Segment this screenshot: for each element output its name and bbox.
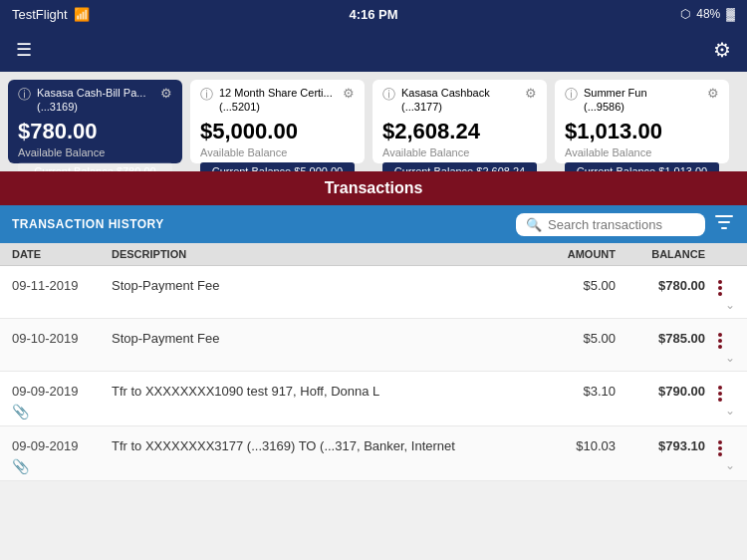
tx-amount-3: $3.10 (536, 382, 616, 399)
col-amount: AMOUNT (536, 248, 616, 260)
bluetooth-icon: ⬡ (680, 7, 690, 21)
card-balance-bar-3: Current Balance $2,608.24 (382, 162, 537, 171)
tx-date-3: 09-09-2019 (12, 382, 112, 399)
card-num-4: (...9586) (584, 100, 647, 114)
attachment-icon-3: 📎 (12, 404, 29, 420)
card-balance-bar-2: Current Balance $5,000.00 (200, 162, 355, 171)
tx-amount-1: $5.00 (536, 276, 616, 293)
tx-more-button-1[interactable] (705, 276, 735, 296)
card-available-3: Available Balance (382, 146, 537, 158)
tx-balance-3: $790.00 (616, 382, 705, 399)
row-expand-3[interactable]: ⌄ (725, 404, 735, 420)
card-settings-icon-4[interactable]: ⚙ (707, 86, 719, 101)
search-input-wrapper: 🔍 (516, 213, 705, 236)
tx-balance-2: $785.00 (616, 329, 705, 346)
tx-date-1: 09-11-2019 (12, 276, 112, 293)
card-amount-3: $2,608.24 (382, 119, 537, 144)
transactions-section-title: Transactions (0, 171, 747, 205)
info-icon-2[interactable]: ⓘ (200, 86, 213, 104)
card-amount-1: $780.00 (18, 119, 172, 144)
menu-button[interactable]: ☰ (16, 39, 32, 61)
battery-label: 48% (696, 7, 720, 21)
tx-more-button-3[interactable] (705, 382, 735, 402)
carrier-label: TestFlight (12, 7, 68, 22)
settings-button[interactable]: ⚙ (713, 38, 731, 62)
card-available-1: Available Balance (18, 146, 172, 158)
card-settings-icon-3[interactable]: ⚙ (525, 86, 537, 101)
tx-desc-3: Tfr to XXXXXXXX1090 test 917, Hoff, Donn… (112, 382, 536, 399)
account-card-2[interactable]: ⓘ 12 Month Share Certi... (...5201) ⚙ $5… (190, 80, 365, 163)
filter-button[interactable] (713, 211, 735, 238)
search-input[interactable] (548, 217, 695, 232)
attachment-icon-4: 📎 (12, 458, 29, 474)
tx-balance-4: $793.10 (616, 436, 705, 453)
account-cards-container: ⓘ Kasasa Cash-Bill Pa... (...3169) ⚙ $78… (0, 72, 747, 171)
table-row: 09-09-2019 Tfr to XXXXXXXX1090 test 917,… (0, 372, 747, 426)
tx-more-button-2[interactable] (705, 329, 735, 349)
tx-desc-2: Stop-Payment Fee (112, 329, 536, 346)
card-settings-icon-2[interactable]: ⚙ (343, 86, 355, 101)
row-expand-4[interactable]: ⌄ (725, 458, 735, 474)
tx-desc-1: Stop-Payment Fee (112, 276, 536, 293)
card-settings-icon-1[interactable]: ⚙ (160, 86, 172, 101)
search-icon: 🔍 (526, 217, 542, 232)
card-title-1: Kasasa Cash-Bill Pa... (37, 86, 145, 100)
col-more (705, 248, 735, 260)
table-row: 09-11-2019 Stop-Payment Fee $5.00 $780.0… (0, 266, 747, 319)
col-balance: BALANCE (616, 248, 705, 260)
account-card-3[interactable]: ⓘ Kasasa Cashback (...3177) ⚙ $2,608.24 … (373, 80, 547, 163)
card-num-3: (...3177) (401, 100, 490, 114)
account-card-4[interactable]: ⓘ Summer Fun (...9586) ⚙ $1,013.00 Avail… (555, 80, 729, 163)
tx-date-4: 09-09-2019 (12, 436, 112, 453)
history-label: TRANSACTION HISTORY (12, 217, 164, 231)
transaction-history-bar: TRANSACTION HISTORY 🔍 (0, 205, 747, 243)
card-num-2: (...5201) (219, 100, 333, 114)
card-title-4: Summer Fun (584, 86, 647, 100)
account-card-1[interactable]: ⓘ Kasasa Cash-Bill Pa... (...3169) ⚙ $78… (8, 80, 182, 163)
table-row: 09-10-2019 Stop-Payment Fee $5.00 $785.0… (0, 319, 747, 372)
card-balance-bar-1: Current Balance $780.00 (18, 162, 172, 171)
col-date: DATE (12, 248, 112, 260)
tx-amount-4: $10.03 (536, 436, 616, 453)
tx-desc-4: Tfr to XXXXXXXX3177 (...3169) TO (...317… (112, 436, 536, 453)
card-amount-4: $1,013.00 (565, 119, 719, 144)
row-expand-1[interactable]: ⌄ (725, 298, 735, 312)
row-expand-2[interactable]: ⌄ (725, 351, 735, 365)
tx-date-2: 09-10-2019 (12, 329, 112, 346)
col-description: DESCRIPTION (112, 248, 536, 260)
card-title-3: Kasasa Cashback (401, 86, 490, 100)
card-amount-2: $5,000.00 (200, 119, 355, 144)
card-num-1: (...3169) (37, 100, 145, 114)
status-bar: TestFlight 📶 4:16 PM ⬡ 48% ▓ (0, 0, 747, 28)
transactions-list: 09-11-2019 Stop-Payment Fee $5.00 $780.0… (0, 266, 747, 481)
search-area: 🔍 (516, 211, 735, 238)
tx-amount-2: $5.00 (536, 329, 616, 346)
table-row: 09-09-2019 Tfr to XXXXXXXX3177 (...3169)… (0, 426, 747, 481)
tx-balance-1: $780.00 (616, 276, 705, 293)
status-bar-right: ⬡ 48% ▓ (680, 7, 735, 21)
info-icon-1[interactable]: ⓘ (18, 86, 31, 104)
wifi-icon: 📶 (74, 7, 90, 22)
card-balance-bar-4: Current Balance $1,013.00 (565, 162, 719, 171)
battery-icon: ▓ (726, 7, 735, 21)
status-bar-left: TestFlight 📶 (12, 7, 90, 22)
card-available-4: Available Balance (565, 146, 719, 158)
card-title-2: 12 Month Share Certi... (219, 86, 333, 100)
card-available-2: Available Balance (200, 146, 355, 158)
info-icon-3[interactable]: ⓘ (382, 86, 395, 104)
column-headers: DATE DESCRIPTION AMOUNT BALANCE (0, 243, 747, 266)
info-icon-4[interactable]: ⓘ (565, 86, 578, 104)
nav-bar: ☰ ⚙ (0, 28, 747, 72)
tx-more-button-4[interactable] (705, 436, 735, 456)
status-bar-time: 4:16 PM (349, 7, 397, 22)
